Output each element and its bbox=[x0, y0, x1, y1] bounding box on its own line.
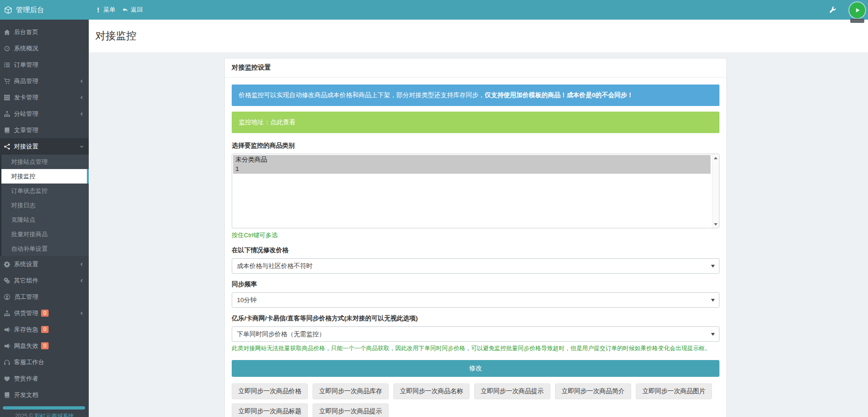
sidebar-footer: 2025 © 彩虹云商城系统 bbox=[0, 412, 89, 417]
category-label: 选择要监控的商品类别 bbox=[232, 141, 719, 150]
submenu-item-5[interactable]: 批量对接商品 bbox=[1, 227, 89, 241]
chevron-down-icon bbox=[711, 333, 715, 336]
gauge-icon bbox=[3, 45, 10, 52]
main-area: 对接监控 对接监控设置 价格监控可以实现自动修改商品成本价格和商品上下架，部分对… bbox=[89, 20, 868, 417]
sidebar-item-4[interactable]: 发卡管理 bbox=[0, 89, 89, 106]
scroll-up-icon[interactable] bbox=[712, 155, 719, 161]
sidebar-nav: 后台首页系统概况订单管理商品管理发卡管理分站管理文章管理对接设置对接站点管理对接… bbox=[0, 20, 89, 403]
sidebar-item-8[interactable]: 系统设置 bbox=[0, 256, 89, 272]
chevron-left-icon bbox=[79, 112, 84, 116]
sync-button-0[interactable]: 立即同步一次商品价格 bbox=[232, 383, 308, 399]
sidebar-scrollbar[interactable] bbox=[3, 406, 85, 410]
sync-method-select[interactable]: 下单同时同步价格（无需监控） bbox=[232, 326, 719, 342]
category-multiselect[interactable]: 未分类商品 1 bbox=[232, 154, 719, 228]
view-address-link[interactable]: 点此查看 bbox=[270, 119, 296, 126]
sidebar-item-10[interactable]: 员工管理 bbox=[0, 289, 89, 305]
chevron-left-icon bbox=[79, 311, 84, 316]
chevron-left-icon bbox=[79, 278, 84, 283]
ctrl-multiselect-hint: 按住Ctrl键可多选 bbox=[232, 231, 719, 240]
modify-button[interactable]: 修改 bbox=[232, 360, 719, 377]
book-icon bbox=[3, 392, 10, 398]
sync-button-3[interactable]: 立即同步一次商品提示 bbox=[474, 383, 550, 399]
sidebar-item-2[interactable]: 订单管理 bbox=[0, 57, 89, 73]
method-label: 亿乐/卡商网/卡易信/直客等同步价格方式(未对接的可以无视此选项) bbox=[232, 314, 719, 323]
sidebar-item-1[interactable]: 系统概况 bbox=[0, 40, 89, 57]
bullhorn-icon bbox=[3, 343, 10, 349]
sidebar-item-16[interactable]: 开发文档 bbox=[0, 387, 89, 403]
sync-button-6[interactable]: 立即同步一次商品标题 bbox=[232, 403, 308, 417]
submenu-item-6[interactable]: 自动补单设置 bbox=[1, 241, 89, 256]
logo-caption bbox=[850, 19, 864, 23]
price-condition-select[interactable]: 成本价格与社区价格不符时 bbox=[232, 258, 719, 274]
user-icon bbox=[3, 294, 10, 300]
footer-brand-link[interactable]: 彩虹云商城系统 bbox=[35, 413, 74, 417]
frequency-label: 同步频率 bbox=[232, 280, 719, 289]
sync-button-1[interactable]: 立即同步一次商品库存 bbox=[313, 383, 389, 399]
category-option[interactable]: 未分类商品 bbox=[233, 155, 711, 164]
menu-bar-icon bbox=[95, 7, 101, 13]
sidebar-item-3[interactable]: 商品管理 bbox=[0, 73, 89, 89]
submenu-item-3[interactable]: 对接日志 bbox=[1, 198, 89, 212]
page-title: 对接监控 bbox=[95, 29, 136, 43]
docking-submenu: 对接站点管理对接监控订单状态监控对接日志克隆站点批量对接商品自动补单设置 bbox=[0, 155, 89, 256]
heart-icon bbox=[3, 375, 10, 382]
count-badge: 0 bbox=[41, 310, 49, 317]
headset-icon bbox=[3, 359, 10, 366]
sync-buttons: 立即同步一次商品价格立即同步一次商品库存立即同步一次商品名称立即同步一次商品提示… bbox=[232, 383, 719, 417]
chevron-left-icon bbox=[79, 262, 84, 267]
sync-button-5[interactable]: 立即同步一次商品图片 bbox=[636, 383, 712, 399]
count-badge: 0 bbox=[41, 326, 49, 333]
sidebar-item-14[interactable]: 客服工作台 bbox=[0, 354, 89, 370]
category-option[interactable]: 1 bbox=[233, 164, 711, 174]
sidebar-item-11[interactable]: 供货管理0 bbox=[0, 305, 89, 321]
listbox-scrollbar[interactable] bbox=[712, 154, 719, 228]
home-icon bbox=[3, 29, 10, 35]
submenu-item-4[interactable]: 克隆站点 bbox=[1, 212, 89, 227]
reply-arrow-icon bbox=[122, 7, 128, 13]
chevron-left-icon bbox=[79, 95, 84, 100]
sidebar: 后台首页系统概况订单管理商品管理发卡管理分站管理文章管理对接设置对接站点管理对接… bbox=[0, 20, 89, 417]
count-badge: 0 bbox=[41, 342, 49, 349]
submenu-item-1[interactable]: 对接监控 bbox=[1, 169, 89, 184]
back-link[interactable]: 返回 bbox=[122, 6, 143, 14]
sidebar-item-7[interactable]: 对接设置 bbox=[0, 138, 89, 155]
submenu-item-2[interactable]: 订单状态监控 bbox=[1, 184, 89, 198]
bullhorn-icon bbox=[3, 326, 10, 333]
title-band: 对接监控 bbox=[89, 20, 868, 52]
sidebar-item-15[interactable]: 赞赏作者 bbox=[0, 370, 89, 387]
sidebar-item-12[interactable]: 库存告急0 bbox=[0, 321, 89, 338]
docking-monitor-panel: 对接监控设置 价格监控可以实现自动修改商品成本价格和商品上下架，部分对接类型还支… bbox=[224, 58, 727, 417]
wrench-icon[interactable] bbox=[829, 7, 836, 14]
share-icon bbox=[3, 143, 10, 150]
panel-header: 对接监控设置 bbox=[225, 58, 726, 78]
sync-button-2[interactable]: 立即同步一次商品名称 bbox=[393, 383, 470, 399]
brand-link[interactable]: 管理后台 bbox=[0, 6, 89, 14]
sidebar-item-9[interactable]: 其它组件 bbox=[0, 272, 89, 289]
condition-label: 在以下情况修改价格 bbox=[232, 246, 719, 254]
sidebar-item-13[interactable]: 网盘失效0 bbox=[0, 338, 89, 354]
chevron-down-icon bbox=[711, 299, 715, 302]
topbar: 管理后台 菜单 返回 bbox=[0, 0, 868, 20]
grid-icon bbox=[3, 94, 10, 101]
sync-frequency-select[interactable]: 10分钟 bbox=[232, 292, 719, 308]
submenu-item-0[interactable]: 对接站点管理 bbox=[1, 155, 89, 169]
scroll-down-icon[interactable] bbox=[712, 221, 719, 227]
cart-icon bbox=[3, 78, 10, 85]
method-hint: 此类对接网站无法批量获取商品价格，只能一个一个商品获取，因此改用下单同时同步价格… bbox=[232, 345, 719, 353]
sync-button-4[interactable]: 立即同步一次商品简介 bbox=[555, 383, 631, 399]
book-icon bbox=[3, 127, 10, 134]
play-logo[interactable] bbox=[849, 2, 865, 18]
chevron-down-icon bbox=[79, 144, 84, 149]
info-alert: 价格监控可以实现自动修改商品成本价格和商品上下架，部分对接类型还支持库存同步，仅… bbox=[232, 85, 719, 106]
chevron-left-icon bbox=[79, 79, 84, 84]
sitemap-icon bbox=[3, 310, 10, 317]
sidebar-item-6[interactable]: 文章管理 bbox=[0, 122, 89, 138]
monitor-address-alert: 监控地址：点此查看 bbox=[232, 112, 719, 133]
brand-title: 管理后台 bbox=[16, 6, 44, 14]
sidebar-item-5[interactable]: 分站管理 bbox=[0, 106, 89, 122]
sidebar-item-0[interactable]: 后台首页 bbox=[0, 24, 89, 40]
gear-icon bbox=[3, 261, 10, 268]
sync-button-7[interactable]: 立即同步一次商品提示 bbox=[313, 403, 389, 417]
menu-toggle[interactable]: 菜单 bbox=[95, 6, 115, 14]
sitemap-icon bbox=[3, 111, 10, 117]
